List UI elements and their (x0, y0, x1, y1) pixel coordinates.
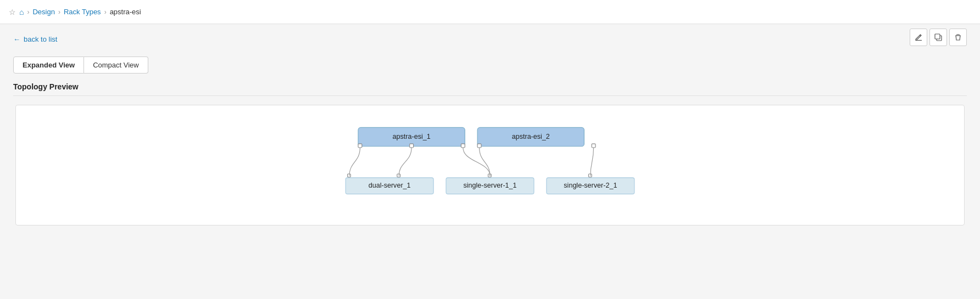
breadcrumb-rack-types[interactable]: Rack Types (64, 8, 101, 16)
clone-button[interactable] (929, 29, 947, 46)
back-arrow-icon: ← (13, 35, 20, 43)
port-esi2-left (477, 144, 481, 148)
delete-button[interactable] (949, 29, 967, 46)
port-esi1-mid (410, 144, 414, 148)
node-single-server-2-1-label: single-server-2_1 (564, 182, 617, 189)
breadcrumb-design[interactable]: Design (32, 8, 54, 16)
conn-esi1-single1 (463, 148, 490, 176)
conn-esi1-dual-right (399, 148, 411, 176)
port-esi1-right (461, 144, 465, 148)
topology-preview-container: apstra-esi_1 apstra-esi_2 dual-server_1 (15, 105, 965, 225)
favorite-icon[interactable]: ☆ (9, 8, 16, 16)
breadcrumb: ☆ ⌂ › Design › Rack Types › apstra-esi (9, 8, 141, 16)
edit-button[interactable] (910, 29, 927, 46)
topology-svg: apstra-esi_1 apstra-esi_2 dual-server_1 (325, 121, 655, 209)
action-buttons-group (910, 29, 967, 46)
port-dual-server-left (348, 174, 351, 177)
home-icon[interactable]: ⌂ (19, 8, 24, 16)
port-single-server-2 (588, 174, 592, 177)
main-content: ← back to list Expanded View Compact Vie… (0, 24, 980, 299)
breadcrumb-separator-2: › (58, 8, 60, 16)
node-single-server-1-1-label: single-server-1_1 (463, 182, 516, 189)
tab-expanded-view[interactable]: Expanded View (13, 57, 84, 74)
tab-compact-view[interactable]: Compact View (84, 57, 148, 74)
breadcrumb-separator-3: › (104, 8, 107, 16)
node-apstra-esi-1-label: apstra-esi_1 (393, 133, 431, 140)
back-to-list-link[interactable]: ← back to list (13, 35, 57, 43)
port-esi2-right (592, 144, 595, 148)
breadcrumb-current: apstra-esi (110, 8, 141, 16)
conn-esi2-single2 (591, 148, 594, 176)
svg-rect-1 (935, 34, 940, 39)
topology-preview-title: Topology Preview (13, 82, 967, 96)
conn-esi1-dual-left (349, 148, 360, 176)
port-esi1-left (358, 144, 362, 148)
node-dual-server-1-label: dual-server_1 (369, 182, 411, 189)
top-navigation-bar: ☆ ⌂ › Design › Rack Types › apstra-esi (0, 0, 980, 24)
breadcrumb-separator-1: › (27, 8, 29, 16)
port-dual-server-right (397, 174, 400, 177)
view-tabs: Expanded View Compact View (13, 57, 967, 74)
conn-esi2-single1 (480, 148, 490, 176)
back-to-list-label: back to list (24, 35, 57, 43)
node-apstra-esi-2-label: apstra-esi_2 (512, 133, 550, 140)
